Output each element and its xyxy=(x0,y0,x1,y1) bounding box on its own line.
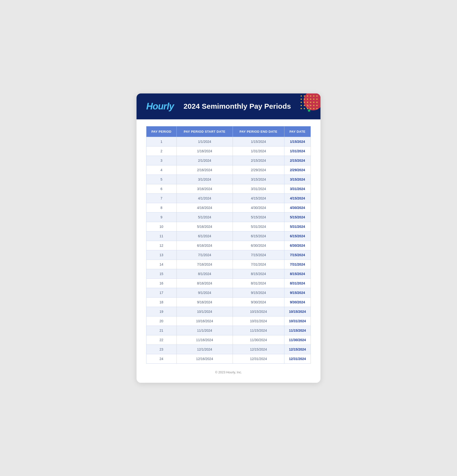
table-row: 116/1/20246/15/20246/15/2024 xyxy=(146,231,311,241)
table-column-header: PAY PERIOD END DATE xyxy=(233,126,284,137)
pay-period-number: 4 xyxy=(146,165,177,175)
end-date: 4/15/2024 xyxy=(233,194,284,203)
table-row: 168/16/20248/31/20248/31/2024 xyxy=(146,278,311,288)
table-row: 42/16/20242/29/20242/29/2024 xyxy=(146,165,311,175)
table-row: 84/16/20244/30/20244/30/2024 xyxy=(146,203,311,212)
table-row: 21/16/20241/31/20241/31/2024 xyxy=(146,146,311,156)
end-date: 3/31/2024 xyxy=(233,184,284,194)
end-date: 11/15/2024 xyxy=(233,326,284,335)
pay-date: 10/15/2024 xyxy=(284,307,311,316)
end-date: 2/15/2024 xyxy=(233,156,284,165)
table-row: 158/1/20248/15/20248/15/2024 xyxy=(146,269,311,278)
pay-date: 3/15/2024 xyxy=(284,175,311,184)
dot xyxy=(316,95,318,97)
table-row: 105/16/20245/31/20245/31/2024 xyxy=(146,222,311,231)
footer: © 2023 Hourly, Inc. xyxy=(136,370,321,374)
dot xyxy=(313,105,314,106)
dot xyxy=(307,95,308,97)
pay-date: 1/15/2024 xyxy=(284,137,311,146)
pay-period-number: 11 xyxy=(146,231,177,241)
pay-date: 6/15/2024 xyxy=(284,231,311,241)
pay-period-number: 13 xyxy=(146,250,177,260)
dot xyxy=(304,99,305,100)
start-date: 8/16/2024 xyxy=(177,278,233,288)
pay-period-number: 22 xyxy=(146,335,177,345)
pay-date: 9/15/2024 xyxy=(284,288,311,297)
table-row: 126/16/20246/30/20246/30/2024 xyxy=(146,241,311,250)
pay-date: 7/15/2024 xyxy=(284,250,311,260)
end-date: 10/31/2024 xyxy=(233,316,284,326)
start-date: 2/16/2024 xyxy=(177,165,233,175)
table-row: 2111/1/202411/15/202411/15/2024 xyxy=(146,326,311,335)
table-row: 147/16/20247/31/20247/31/2024 xyxy=(146,260,311,269)
start-date: 12/1/2024 xyxy=(177,345,233,354)
start-date: 7/1/2024 xyxy=(177,250,233,260)
end-date: 8/15/2024 xyxy=(233,269,284,278)
start-date: 9/1/2024 xyxy=(177,288,233,297)
pay-date: 11/30/2024 xyxy=(284,335,311,345)
start-date: 5/1/2024 xyxy=(177,212,233,222)
pay-date: 8/31/2024 xyxy=(284,278,311,288)
pay-date: 5/31/2024 xyxy=(284,222,311,231)
table-row: 137/1/20247/15/20247/15/2024 xyxy=(146,250,311,260)
pay-period-number: 2 xyxy=(146,146,177,156)
end-date: 7/31/2024 xyxy=(233,260,284,269)
end-date: 2/29/2024 xyxy=(233,165,284,175)
end-date: 11/30/2024 xyxy=(233,335,284,345)
dot xyxy=(313,102,314,103)
pay-date: 12/31/2024 xyxy=(284,354,311,363)
dot xyxy=(301,95,302,97)
end-date: 12/15/2024 xyxy=(233,345,284,354)
pay-date: 7/31/2024 xyxy=(284,260,311,269)
page-title: 2024 Semimonthly Pay Periods xyxy=(184,102,300,110)
end-date: 8/31/2024 xyxy=(233,278,284,288)
dot xyxy=(304,95,305,97)
end-date: 9/30/2024 xyxy=(233,297,284,307)
pay-date: 2/29/2024 xyxy=(284,165,311,175)
pay-period-number: 24 xyxy=(146,354,177,363)
pay-period-number: 19 xyxy=(146,307,177,316)
end-date: 4/30/2024 xyxy=(233,203,284,212)
dot xyxy=(316,108,318,109)
dot xyxy=(313,108,314,109)
end-date: 3/15/2024 xyxy=(233,175,284,184)
dot xyxy=(310,95,311,97)
start-date: 3/16/2024 xyxy=(177,184,233,194)
dot xyxy=(313,99,314,100)
pay-periods-table: PAY PERIODPAY PERIOD START DATEPAY PERIO… xyxy=(146,126,311,364)
dot xyxy=(307,99,308,100)
copyright-text: © 2023 Hourly, Inc. xyxy=(215,370,242,374)
start-date: 6/1/2024 xyxy=(177,231,233,241)
end-date: 10/15/2024 xyxy=(233,307,284,316)
table-row: 32/1/20242/15/20242/15/2024 xyxy=(146,156,311,165)
table-container: PAY PERIODPAY PERIOD START DATEPAY PERIO… xyxy=(136,119,321,364)
pay-date: 6/30/2024 xyxy=(284,241,311,250)
dot xyxy=(316,99,318,100)
end-date: 6/30/2024 xyxy=(233,241,284,250)
pay-period-number: 18 xyxy=(146,297,177,307)
pay-period-number: 6 xyxy=(146,184,177,194)
end-date: 6/15/2024 xyxy=(233,231,284,241)
start-date: 3/1/2024 xyxy=(177,175,233,184)
table-header: PAY PERIODPAY PERIOD START DATEPAY PERIO… xyxy=(146,126,311,137)
pay-period-number: 15 xyxy=(146,269,177,278)
table-row: 179/1/20249/15/20249/15/2024 xyxy=(146,288,311,297)
start-date: 11/16/2024 xyxy=(177,335,233,345)
table-body: 11/1/20241/15/20241/15/202421/16/20241/3… xyxy=(146,137,311,363)
start-date: 8/1/2024 xyxy=(177,269,233,278)
table-column-header: PAY PERIOD START DATE xyxy=(177,126,233,137)
start-date: 11/1/2024 xyxy=(177,326,233,335)
start-date: 7/16/2024 xyxy=(177,260,233,269)
pay-period-number: 14 xyxy=(146,260,177,269)
table-column-header: PAY DATE xyxy=(284,126,311,137)
end-date: 7/15/2024 xyxy=(233,250,284,260)
dot xyxy=(316,105,318,106)
start-date: 10/16/2024 xyxy=(177,316,233,326)
close-icon[interactable]: ✕ xyxy=(305,103,311,110)
table-row: 53/1/20243/15/20243/15/2024 xyxy=(146,175,311,184)
pay-period-number: 21 xyxy=(146,326,177,335)
card: Hourly 2024 Semimonthly Pay Periods ✕ ★ … xyxy=(136,94,321,383)
start-date: 4/1/2024 xyxy=(177,194,233,203)
start-date: 6/16/2024 xyxy=(177,241,233,250)
pay-date: 4/15/2024 xyxy=(284,194,311,203)
